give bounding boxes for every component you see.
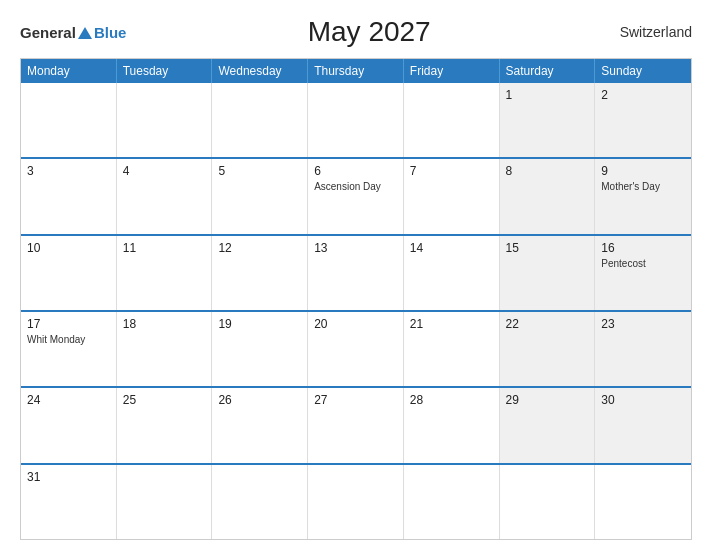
calendar-cell: 4 [117,159,213,233]
day-event-label: Mother's Day [601,180,685,193]
weekday-header-saturday: Saturday [500,59,596,83]
day-number: 20 [314,317,397,331]
calendar-week-row: 12 [21,83,691,157]
calendar-cell: 31 [21,465,117,539]
day-number: 15 [506,241,589,255]
calendar-cell: 22 [500,312,596,386]
page-header: General Blue May 2027 Switzerland [20,16,692,48]
day-number: 9 [601,164,685,178]
day-number: 21 [410,317,493,331]
day-number: 12 [218,241,301,255]
calendar-cell: 26 [212,388,308,462]
day-event-label: Ascension Day [314,180,397,193]
calendar-page: General Blue May 2027 Switzerland Monday… [0,0,712,550]
calendar-cell [117,83,213,157]
calendar-cell: 10 [21,236,117,310]
day-number: 4 [123,164,206,178]
calendar-week-row: 3456Ascension Day789Mother's Day [21,157,691,233]
day-number: 25 [123,393,206,407]
weekday-header-thursday: Thursday [308,59,404,83]
day-number: 27 [314,393,397,407]
calendar-cell: 7 [404,159,500,233]
calendar-cell: 23 [595,312,691,386]
day-number: 1 [506,88,589,102]
logo-general-text: General [20,25,76,40]
calendar-cell: 5 [212,159,308,233]
day-number: 13 [314,241,397,255]
calendar-cell [212,83,308,157]
logo-triangle-icon [78,27,92,39]
weekday-header-friday: Friday [404,59,500,83]
day-event-label: Pentecost [601,257,685,270]
calendar-cell [500,465,596,539]
calendar-cell: 30 [595,388,691,462]
day-number: 11 [123,241,206,255]
calendar-cell: 2 [595,83,691,157]
calendar-cell: 1 [500,83,596,157]
day-number: 6 [314,164,397,178]
calendar-cell: 3 [21,159,117,233]
day-number: 7 [410,164,493,178]
day-number: 26 [218,393,301,407]
calendar-cell: 12 [212,236,308,310]
calendar-cell: 17Whit Monday [21,312,117,386]
day-number: 14 [410,241,493,255]
day-number: 28 [410,393,493,407]
country-label: Switzerland [612,24,692,40]
calendar-cell: 11 [117,236,213,310]
calendar-grid: MondayTuesdayWednesdayThursdayFridaySatu… [20,58,692,540]
day-number: 16 [601,241,685,255]
day-number: 29 [506,393,589,407]
calendar-cell [117,465,213,539]
calendar-cell: 15 [500,236,596,310]
calendar-cell: 9Mother's Day [595,159,691,233]
day-number: 3 [27,164,110,178]
calendar-cell [308,83,404,157]
calendar-title: May 2027 [126,16,612,48]
calendar-cell: 8 [500,159,596,233]
day-number: 31 [27,470,110,484]
day-number: 22 [506,317,589,331]
logo: General Blue [20,25,126,40]
day-number: 23 [601,317,685,331]
day-number: 30 [601,393,685,407]
day-number: 19 [218,317,301,331]
calendar-cell [21,83,117,157]
day-number: 24 [27,393,110,407]
calendar-cell: 13 [308,236,404,310]
day-number: 18 [123,317,206,331]
calendar-cell: 19 [212,312,308,386]
calendar-week-row: 31 [21,463,691,539]
day-number: 8 [506,164,589,178]
weekday-header-sunday: Sunday [595,59,691,83]
calendar-cell [595,465,691,539]
logo-blue-text: Blue [94,25,127,40]
day-number: 17 [27,317,110,331]
calendar-week-row: 10111213141516Pentecost [21,234,691,310]
calendar-cell: 25 [117,388,213,462]
calendar-cell: 6Ascension Day [308,159,404,233]
calendar-cell [212,465,308,539]
weekday-header-tuesday: Tuesday [117,59,213,83]
calendar-cell: 16Pentecost [595,236,691,310]
calendar-cell: 14 [404,236,500,310]
weekday-header-monday: Monday [21,59,117,83]
calendar-cell [404,465,500,539]
day-number: 10 [27,241,110,255]
calendar-body: 123456Ascension Day789Mother's Day101112… [21,83,691,539]
calendar-cell: 18 [117,312,213,386]
day-number: 2 [601,88,685,102]
calendar-cell [404,83,500,157]
calendar-cell: 21 [404,312,500,386]
calendar-cell: 27 [308,388,404,462]
day-number: 5 [218,164,301,178]
calendar-cell: 20 [308,312,404,386]
calendar-week-row: 24252627282930 [21,386,691,462]
calendar-cell: 24 [21,388,117,462]
weekday-header-wednesday: Wednesday [212,59,308,83]
calendar-cell: 29 [500,388,596,462]
calendar-week-row: 17Whit Monday181920212223 [21,310,691,386]
day-event-label: Whit Monday [27,333,110,346]
calendar-header-row: MondayTuesdayWednesdayThursdayFridaySatu… [21,59,691,83]
calendar-cell [308,465,404,539]
